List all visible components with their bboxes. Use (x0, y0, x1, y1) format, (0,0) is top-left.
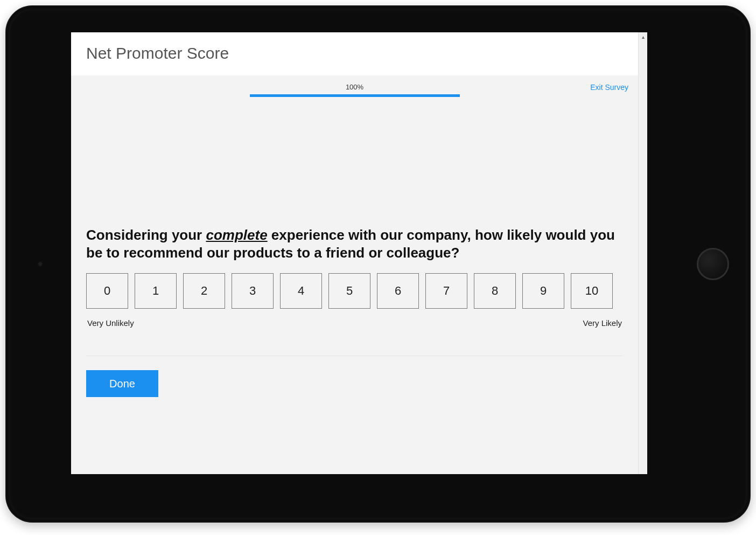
question-emphasis: complete (206, 227, 267, 243)
nps-option-5[interactable]: 5 (328, 273, 370, 309)
nps-option-6[interactable]: 6 (377, 273, 419, 309)
scale-min-label: Very Unlikely (87, 318, 134, 328)
nps-option-9[interactable]: 9 (522, 273, 564, 309)
page: Net Promoter Score Exit Survey 100% Cons… (71, 32, 638, 474)
nps-option-1[interactable]: 1 (135, 273, 177, 309)
nps-option-3[interactable]: 3 (232, 273, 274, 309)
tablet-camera (38, 262, 43, 267)
question-block: Considering your complete experience wit… (86, 226, 623, 397)
progress-percent: 100% (86, 83, 623, 91)
done-button[interactable]: Done (86, 370, 158, 397)
scale-max-label: Very Likely (583, 318, 622, 328)
nps-scale: 0 1 2 3 4 5 6 7 8 9 10 (86, 273, 623, 309)
progress-bar (250, 94, 460, 97)
nps-option-4[interactable]: 4 (280, 273, 322, 309)
scrollbar[interactable]: ▴ (638, 32, 647, 474)
exit-survey-link[interactable]: Exit Survey (590, 83, 628, 92)
nps-option-2[interactable]: 2 (183, 273, 225, 309)
survey-body: Exit Survey 100% Considering your comple… (71, 75, 638, 474)
nps-option-10[interactable]: 10 (571, 273, 613, 309)
tablet-screen: ▴ Net Promoter Score Exit Survey 100% Co… (71, 32, 647, 474)
nps-option-0[interactable]: 0 (86, 273, 128, 309)
divider (86, 356, 623, 356)
progress: 100% (86, 75, 623, 97)
tablet-home-button[interactable] (697, 248, 729, 280)
tablet-frame: ▴ Net Promoter Score Exit Survey 100% Co… (5, 5, 751, 523)
question-text: Considering your complete experience wit… (86, 226, 623, 261)
question-part1: Considering your (86, 227, 206, 243)
scroll-up-arrow[interactable]: ▴ (639, 32, 647, 41)
nps-option-8[interactable]: 8 (474, 273, 516, 309)
nps-option-7[interactable]: 7 (425, 273, 467, 309)
scale-labels: Very Unlikely Very Likely (86, 318, 623, 328)
page-title: Net Promoter Score (86, 44, 638, 62)
page-header: Net Promoter Score (71, 32, 638, 72)
